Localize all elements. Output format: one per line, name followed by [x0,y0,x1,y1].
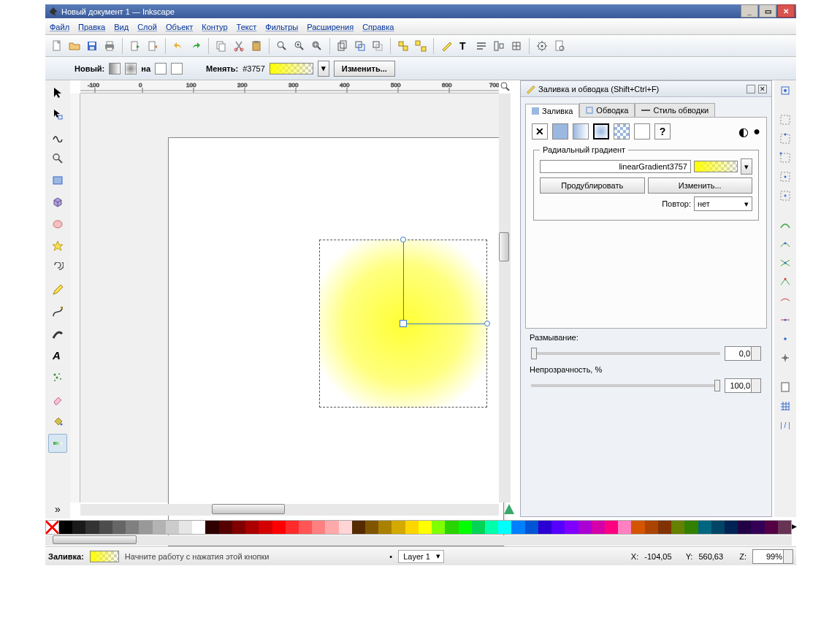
palette-swatch[interactable] [286,521,299,534]
text-tool[interactable]: A [48,346,67,365]
paint-bucket-tool[interactable] [48,412,67,431]
import-icon[interactable] [128,39,142,53]
palette-swatch[interactable] [72,521,85,534]
star-tool[interactable] [48,237,67,256]
spray-tool[interactable] [48,368,67,387]
palette-swatch[interactable] [511,521,524,534]
palette-swatch[interactable] [445,521,458,534]
ungroup-icon[interactable] [413,39,428,53]
cut-icon[interactable] [232,39,246,53]
palette-swatch[interactable] [565,521,578,534]
more-tools-chevron[interactable]: » [48,500,67,519]
scrollbar-thumb[interactable] [499,232,509,261]
menu-help[interactable]: Справка [362,23,394,31]
repeat-dropdown[interactable]: нет ▾ [694,196,752,211]
zoom-tool[interactable] [48,149,67,168]
palette-swatch[interactable] [245,521,259,534]
color-managed-view-icon[interactable] [504,504,514,516]
duplicate-gradient-button[interactable]: Продублировать [540,177,645,194]
palette-swatch[interactable] [751,521,764,534]
canvas-vertical-scrollbar[interactable] [499,93,511,502]
spiral-tool[interactable] [48,259,67,278]
paint-linear-button[interactable] [573,123,589,139]
gradient-center-handle[interactable] [400,320,407,327]
palette-swatch[interactable] [698,521,711,534]
menu-filters[interactable]: Фильтры [265,23,298,31]
menu-edit[interactable]: Правка [78,23,105,31]
palette-swatch[interactable] [85,521,99,534]
paint-radial-button[interactable] [593,123,609,139]
palette-swatch[interactable] [684,521,698,534]
palette-swatch[interactable] [485,521,498,534]
palette-swatch[interactable] [579,521,592,534]
palette-swatch[interactable] [658,521,671,534]
palette-swatch[interactable] [166,521,179,534]
layer-selector[interactable]: Layer 1 [398,550,444,563]
palette-swatch[interactable] [498,521,511,534]
gradient-tool[interactable] [48,434,67,453]
document-properties-icon[interactable] [552,39,567,53]
eraser-tool[interactable] [48,390,67,409]
snap-object-center-icon[interactable] [778,332,793,346]
palette-swatch[interactable] [538,521,551,534]
opacity-value-spinner[interactable]: 100,0 [725,378,761,393]
paste-icon[interactable] [249,39,264,53]
palette-swatch[interactable] [365,521,378,534]
panel-close-icon[interactable]: ✕ [758,85,767,93]
transform-dialog-icon[interactable] [509,39,524,53]
palette-swatch[interactable] [259,521,272,534]
snap-enable-icon[interactable] [778,83,793,98]
menu-view[interactable]: Вид [114,23,129,31]
palette-swatch[interactable] [592,521,605,534]
print-icon[interactable] [102,39,117,53]
pencil-tool[interactable] [48,280,67,299]
snap-bbox-corner-icon[interactable] [778,150,793,165]
radial-gradient-new-button[interactable] [125,63,137,74]
window-maximize-button[interactable]: ▭ [759,4,776,18]
palette-swatch[interactable] [299,521,312,534]
snap-bbox-center-icon[interactable] [778,188,793,203]
menu-path[interactable]: Контур [202,23,227,31]
open-document-icon[interactable] [67,39,82,53]
palette-swatch[interactable] [618,521,631,534]
snap-cusp-icon[interactable] [778,275,793,289]
palette-swatch[interactable] [605,521,618,534]
tab-stroke-paint[interactable]: Обводка [579,103,635,117]
apply-to-fill-button[interactable] [155,63,167,74]
tweak-tool[interactable] [48,127,67,146]
palette-swatch[interactable] [711,521,725,534]
linear-gradient-new-button[interactable] [109,63,121,74]
node-tool[interactable] [48,105,67,124]
palette-swatch[interactable] [352,521,365,534]
window-close-button[interactable]: ✕ [777,4,795,18]
palette-swatch[interactable] [312,521,325,534]
zoom-spinner[interactable]: 99% [752,549,793,564]
palette-swatch[interactable] [551,521,565,534]
palette-swatch[interactable] [192,521,205,534]
snap-page-border-icon[interactable] [778,380,793,394]
snap-intersection-icon[interactable] [778,256,793,270]
snap-rotation-center-icon[interactable] [778,351,793,365]
canvas-horizontal-scrollbar[interactable] [80,504,499,516]
palette-swatch[interactable] [339,521,352,534]
rectangle-tool[interactable] [48,171,67,190]
fill-stroke-icon[interactable] [439,39,454,53]
tab-fill[interactable]: Заливка [525,104,579,118]
palette-swatch[interactable] [139,521,152,534]
palette-swatch[interactable] [232,521,245,534]
xml-editor-icon[interactable] [474,39,489,53]
scrollbar-thumb[interactable] [212,504,285,514]
palette-swatch[interactable] [645,521,658,534]
menu-object[interactable]: Объект [166,23,193,31]
copy-icon[interactable] [214,39,229,53]
align-dialog-icon[interactable] [492,39,506,53]
zoom-selection-icon[interactable] [275,39,289,53]
palette-swatch[interactable] [205,521,218,534]
status-fill-swatch[interactable] [90,551,119,562]
blur-value-spinner[interactable]: 0,0 [725,346,761,361]
undo-icon[interactable] [171,39,186,53]
palette-swatch[interactable] [472,521,485,534]
gradient-dropdown-button[interactable]: ▾ [318,61,329,77]
edit-gradient-button-panel[interactable]: Изменить... [648,177,753,194]
paint-swatch-button[interactable] [634,123,650,139]
